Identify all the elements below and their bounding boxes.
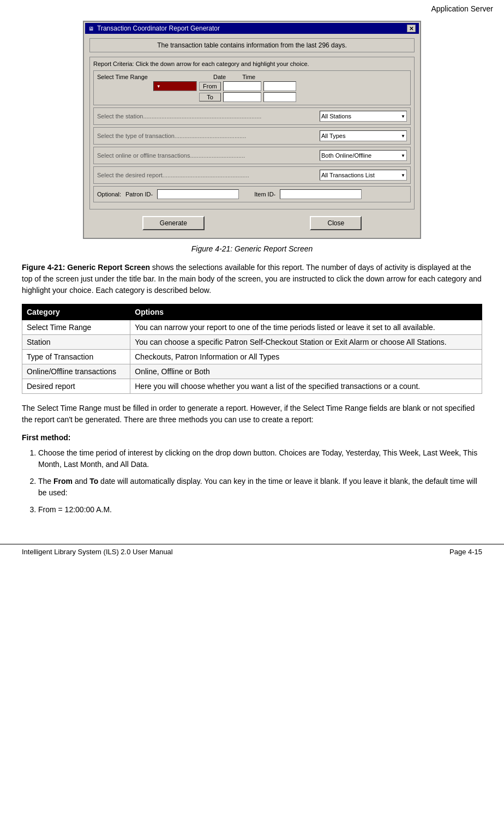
optional-row: Optional: Patron ID- Item ID- xyxy=(93,186,411,202)
dialog-title-text: Transaction Coordinator Report Generator xyxy=(97,25,220,32)
table-cell-options: Here you will choose whether you want a … xyxy=(130,379,482,394)
desired-report-dropdown-arrow: ▼ xyxy=(401,173,405,178)
table-cell-options: Online, Offline or Both xyxy=(130,364,482,379)
desired-report-dropdown[interactable]: All Transactions List ▼ xyxy=(320,170,407,181)
table-row: Select Time RangeYou can narrow your rep… xyxy=(22,320,482,335)
table-cell-category: Online/Offline transactions xyxy=(22,364,130,379)
patron-id-label: Patron ID- xyxy=(125,191,153,197)
page-header: Application Server xyxy=(0,0,504,15)
station-label: Select the station......................… xyxy=(97,113,320,119)
table-cell-options: You can narrow your report to one of the… xyxy=(130,320,482,335)
list-item-3: From = 12:00:00 A.M. xyxy=(38,504,482,516)
from-bold: From xyxy=(53,477,73,486)
dialog-title-area: 🖥 Transaction Coordinator Report Generat… xyxy=(88,25,220,32)
desired-report-label: Select the desired report...............… xyxy=(97,172,320,178)
close-button[interactable]: Close xyxy=(310,216,362,230)
footer-right: Page 4-15 xyxy=(449,548,482,556)
table-cell-category: Select Time Range xyxy=(22,320,130,335)
online-offline-dropdown-arrow: ▼ xyxy=(401,153,405,158)
page-footer: Intelligent Library System (ILS) 2.0 Use… xyxy=(0,544,504,559)
table-header-row: Category Options xyxy=(22,304,482,320)
to-date-input[interactable] xyxy=(223,92,261,102)
optional-label: Optional: xyxy=(97,191,121,197)
time-range-controls: Date Time ▼ From xyxy=(153,74,296,102)
table-cell-category: Station xyxy=(22,335,130,350)
time-to-row: To xyxy=(153,92,296,102)
to-button[interactable]: To xyxy=(199,93,221,101)
table-cell-options: You can choose a specific Patron Self-Ch… xyxy=(130,335,482,350)
station-row: Select the station......................… xyxy=(93,107,411,125)
item-id-input[interactable] xyxy=(280,189,362,199)
dialog-window: 🖥 Transaction Coordinator Report Generat… xyxy=(83,21,421,239)
dialog-body: The transaction table contains informati… xyxy=(85,34,419,237)
transaction-type-dropdown-arrow: ▼ xyxy=(401,134,405,139)
dialog-close-button[interactable]: ✕ xyxy=(407,25,416,32)
figure-reference-bold: Figure 4-21: Generic Report Screen xyxy=(22,263,150,272)
dialog-titlebar: 🖥 Transaction Coordinator Report Generat… xyxy=(85,23,419,34)
method-steps-list: Choose the time period of interest by cl… xyxy=(38,447,482,516)
to-time-input[interactable] xyxy=(263,92,296,102)
table-cell-options: Checkouts, Patron Information or All Typ… xyxy=(130,350,482,364)
table-row: StationYou can choose a specific Patron … xyxy=(22,335,482,350)
body-paragraph-2: The Select Time Range must be filled in … xyxy=(22,403,482,426)
from-button[interactable]: From xyxy=(199,82,221,91)
time-from-row: ▼ From xyxy=(153,81,296,91)
table-row: Desired reportHere you will choose wheth… xyxy=(22,379,482,394)
item-id-label: Item ID- xyxy=(254,191,275,197)
first-method-heading: First method: xyxy=(22,433,482,442)
select-time-range-label: Select Time Range xyxy=(97,74,148,80)
monitor-icon: 🖥 xyxy=(88,26,94,32)
patron-id-input[interactable] xyxy=(157,189,239,199)
table-cell-category: Desired report xyxy=(22,379,130,394)
options-table: Category Options Select Time RangeYou ca… xyxy=(22,304,482,394)
online-offline-row: Select online or offline transactions...… xyxy=(93,147,411,164)
criteria-label: Report Criteria: Click the down arrow fo… xyxy=(93,61,411,67)
from-date-input[interactable] xyxy=(223,81,261,91)
table-row: Online/Offline transactionsOnline, Offli… xyxy=(22,364,482,379)
table-body: Select Time RangeYou can narrow your rep… xyxy=(22,320,482,394)
from-time-input[interactable] xyxy=(263,81,296,91)
info-bar-text: The transaction table contains informati… xyxy=(157,41,347,49)
time-range-col-labels: Date Time xyxy=(153,74,296,80)
list-item-2: The From and To date will automatically … xyxy=(38,476,482,499)
online-offline-dropdown[interactable]: Both Online/Offline ▼ xyxy=(320,150,407,161)
to-bold: To xyxy=(89,477,98,486)
transaction-type-row: Select the type of transaction..........… xyxy=(93,127,411,145)
main-content: 🖥 Transaction Coordinator Report Generat… xyxy=(0,15,504,533)
table-row: Type of TransactionCheckouts, Patron Inf… xyxy=(22,350,482,364)
body-paragraph-1: Figure 4-21: Generic Report Screen shows… xyxy=(22,262,482,296)
online-offline-label: Select online or offline transactions...… xyxy=(97,152,320,159)
dialog-buttons: Generate Close xyxy=(89,213,415,232)
criteria-section: Report Criteria: Click the down arrow fo… xyxy=(89,57,415,209)
generate-button[interactable]: Generate xyxy=(142,216,205,230)
desired-report-row: Select the desired report...............… xyxy=(93,166,411,184)
time-period-dropdown[interactable]: ▼ xyxy=(153,81,197,91)
transaction-type-label: Select the type of transaction..........… xyxy=(97,133,320,139)
transaction-type-dropdown[interactable]: All Types ▼ xyxy=(320,130,407,141)
station-dropdown[interactable]: All Stations ▼ xyxy=(320,111,407,122)
category-column-header: Category xyxy=(22,304,130,320)
table-cell-category: Type of Transaction xyxy=(22,350,130,364)
header-title: Application Server xyxy=(431,4,493,13)
options-column-header: Options xyxy=(130,304,482,320)
footer-left: Intelligent Library System (ILS) 2.0 Use… xyxy=(22,548,173,556)
time-range-section: Select Time Range Date Time xyxy=(93,70,411,105)
info-bar: The transaction table contains informati… xyxy=(89,38,415,52)
list-item-1: Choose the time period of interest by cl… xyxy=(38,447,482,470)
station-dropdown-arrow: ▼ xyxy=(401,114,405,119)
figure-caption: Figure 4-21: Generic Report Screen xyxy=(22,244,482,253)
